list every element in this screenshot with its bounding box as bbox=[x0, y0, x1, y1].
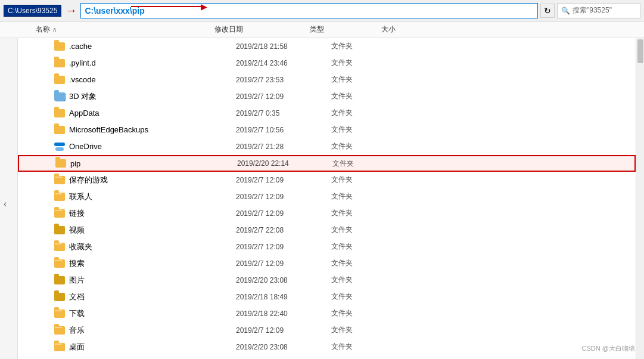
file-icon-container bbox=[55, 157, 67, 169]
file-type: 文件夹 bbox=[331, 325, 403, 335]
file-date: 2019/2/7 12:09 bbox=[236, 259, 331, 268]
file-type: 文件夹 bbox=[331, 208, 403, 218]
file-icon-container bbox=[54, 191, 66, 203]
file-icon-container bbox=[54, 141, 66, 153]
sidebar-collapse-icon[interactable]: ‹ bbox=[4, 199, 7, 209]
file-row[interactable]: 联系人 2019/2/7 12:09 文件夹 bbox=[18, 188, 636, 205]
file-name: 搜索 bbox=[69, 258, 236, 269]
file-date: 2019/2/20 22:14 bbox=[237, 159, 332, 168]
file-icon-container bbox=[54, 224, 66, 236]
onedrive-icon bbox=[54, 143, 65, 151]
folder-icon bbox=[54, 126, 65, 134]
scrollbar[interactable] bbox=[636, 38, 644, 359]
file-row[interactable]: 视频 2019/2/7 22:08 文件夹 bbox=[18, 222, 636, 239]
special-folder-icon bbox=[54, 310, 65, 318]
main-area: ‹ .cache 2019/2/18 21:58 文件夹 .pylint.d 2… bbox=[0, 38, 644, 359]
file-type: 文件夹 bbox=[331, 75, 403, 85]
file-date: 2019/2/20 23:08 bbox=[236, 276, 331, 284]
file-icon-container bbox=[54, 91, 66, 103]
special-folder-icon bbox=[54, 193, 65, 201]
file-date: 2019/2/7 12:09 bbox=[236, 92, 331, 101]
arrow-symbol: → bbox=[65, 4, 77, 17]
file-row[interactable]: .pylint.d 2019/2/14 23:46 文件夹 bbox=[18, 55, 636, 72]
search-icon: 🔍 bbox=[561, 7, 570, 15]
file-type: 文件夹 bbox=[331, 58, 403, 68]
file-date: 2019/2/7 12:09 bbox=[236, 209, 331, 218]
file-row[interactable]: .cache 2019/2/18 21:58 文件夹 bbox=[18, 38, 636, 55]
file-date: 2019/2/20 23:08 bbox=[236, 343, 331, 351]
file-name: 音乐 bbox=[69, 325, 236, 336]
file-type: 文件夹 bbox=[332, 159, 404, 169]
file-row[interactable]: 图片 2019/2/20 23:08 文件夹 bbox=[18, 272, 636, 289]
file-row[interactable]: 下载 2019/2/18 22:40 文件夹 bbox=[18, 305, 636, 322]
file-icon-container bbox=[54, 324, 66, 336]
file-date: 2019/2/7 12:09 bbox=[236, 176, 331, 184]
file-name: 文档 bbox=[69, 292, 236, 302]
watermark: CSDN @大白砌墙 bbox=[582, 344, 635, 353]
file-type: 文件夹 bbox=[331, 308, 403, 318]
file-type: 文件夹 bbox=[331, 342, 403, 352]
file-date: 2019/2/18 22:40 bbox=[236, 310, 331, 318]
file-name: .cache bbox=[69, 42, 236, 51]
file-icon-container bbox=[54, 241, 66, 253]
address-bar-original-path: C:\Users\93525 bbox=[4, 5, 61, 17]
special2-folder-icon bbox=[54, 226, 65, 234]
address-bar-current-path[interactable]: C:\user\xxx\pip bbox=[80, 3, 538, 18]
special-folder-icon bbox=[54, 326, 65, 335]
column-headers: 名称 ∧ 修改日期 类型 大小 bbox=[0, 21, 644, 38]
file-type: 文件夹 bbox=[331, 108, 403, 118]
folder-icon bbox=[54, 42, 65, 51]
special2-folder-icon bbox=[54, 276, 65, 284]
scrollbar-thumb[interactable] bbox=[637, 39, 643, 63]
file-date: 2019/2/18 18:49 bbox=[236, 293, 331, 301]
file-type: 文件夹 bbox=[331, 275, 403, 285]
file-row[interactable]: 3D 对象 2019/2/7 12:09 文件夹 bbox=[18, 88, 636, 105]
file-icon-container bbox=[54, 258, 66, 270]
file-type: 文件夹 bbox=[331, 191, 403, 202]
file-name: 链接 bbox=[69, 208, 236, 219]
file-name: .vscode bbox=[69, 75, 236, 84]
file-type: 文件夹 bbox=[331, 41, 403, 51]
sidebar: ‹ bbox=[0, 38, 18, 359]
file-row[interactable]: 保存的游戏 2019/2/7 12:09 文件夹 bbox=[18, 172, 636, 188]
col-header-date[interactable]: 修改日期 bbox=[214, 24, 310, 35]
col-header-type[interactable]: 类型 bbox=[310, 24, 381, 35]
refresh-button[interactable]: ↻ bbox=[540, 4, 555, 18]
file-name: MicrosoftEdgeBackups bbox=[69, 125, 236, 134]
special-folder-icon bbox=[54, 209, 65, 218]
file-row[interactable]: 链接 2019/2/7 12:09 文件夹 bbox=[18, 205, 636, 222]
file-date: 2019/2/18 21:58 bbox=[236, 42, 331, 51]
file-row[interactable]: 文档 2019/2/18 18:49 文件夹 bbox=[18, 289, 636, 305]
folder-icon bbox=[54, 76, 65, 84]
col-header-name[interactable]: 名称 ∧ bbox=[36, 24, 214, 35]
file-name: .pylint.d bbox=[69, 58, 236, 67]
file-icon-container bbox=[54, 308, 66, 320]
file-name: 保存的游戏 bbox=[69, 175, 236, 185]
file-name: AppData bbox=[69, 109, 236, 117]
file-row[interactable]: 音乐 2019/2/7 12:09 文件夹 bbox=[18, 322, 636, 339]
folder-3d-icon bbox=[54, 92, 65, 101]
file-name: 桌面 bbox=[69, 342, 236, 352]
special-folder-icon bbox=[54, 176, 65, 184]
file-type: 文件夹 bbox=[331, 125, 403, 135]
folder-icon bbox=[54, 109, 65, 117]
file-list[interactable]: .cache 2019/2/18 21:58 文件夹 .pylint.d 201… bbox=[18, 38, 636, 359]
file-row[interactable]: MicrosoftEdgeBackups 2019/2/7 10:56 文件夹 bbox=[18, 122, 636, 138]
file-date: 2019/2/7 10:56 bbox=[236, 126, 331, 134]
file-icon-container bbox=[54, 74, 66, 86]
search-box[interactable]: 🔍 搜索"93525" bbox=[557, 3, 640, 18]
file-row[interactable]: 桌面 2019/2/20 23:08 文件夹 bbox=[18, 339, 636, 355]
file-row[interactable]: pip 2019/2/20 22:14 文件夹 bbox=[18, 155, 636, 172]
file-icon-container bbox=[54, 274, 66, 286]
file-type: 文件夹 bbox=[331, 242, 403, 252]
file-row[interactable]: .vscode 2019/2/7 23:53 文件夹 bbox=[18, 72, 636, 88]
col-header-size[interactable]: 大小 bbox=[381, 24, 441, 35]
file-row[interactable]: OneDrive 2019/2/7 21:28 文件夹 bbox=[18, 138, 636, 155]
file-row[interactable]: AppData 2019/2/7 0:35 文件夹 bbox=[18, 105, 636, 122]
file-name: 下载 bbox=[69, 308, 236, 319]
file-row[interactable]: 收藏夹 2019/2/7 12:09 文件夹 bbox=[18, 239, 636, 255]
file-icon-container bbox=[54, 41, 66, 52]
file-type: 文件夹 bbox=[331, 91, 403, 101]
file-row[interactable]: 搜索 2019/2/7 12:09 文件夹 bbox=[18, 255, 636, 272]
file-name: 视频 bbox=[69, 225, 236, 236]
